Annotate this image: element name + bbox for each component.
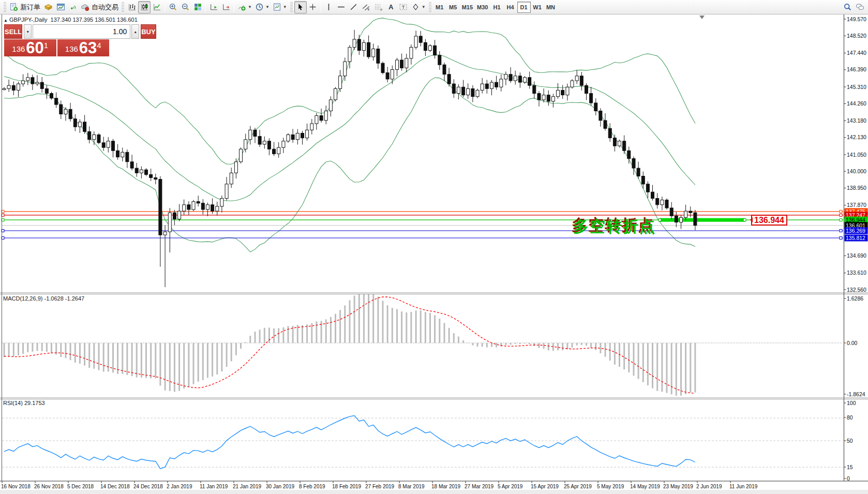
line-handle[interactable] xyxy=(840,229,842,232)
volume-decrease-icon[interactable]: ▼ xyxy=(24,24,32,39)
auto-trading-button[interactable]: 自动交易 xyxy=(79,1,120,13)
timeframe-h4-button[interactable]: H4 xyxy=(504,2,517,13)
line-handle[interactable] xyxy=(840,210,842,213)
volume-input[interactable] xyxy=(33,24,130,39)
candle-body xyxy=(518,76,521,82)
candle-body xyxy=(632,159,635,168)
chat-button[interactable] xyxy=(854,1,866,13)
new-chart-button[interactable] xyxy=(54,1,67,13)
toolbar-grip[interactable] xyxy=(122,2,124,12)
bar-chart-button[interactable] xyxy=(126,1,138,13)
fibo-icon: F xyxy=(374,3,383,11)
price-tick-label: 148.520 xyxy=(847,33,866,39)
line-handle[interactable] xyxy=(743,219,746,221)
timeframe-m15-button[interactable]: M15 xyxy=(460,2,475,13)
candle-body xyxy=(391,70,394,79)
line-handle[interactable] xyxy=(659,219,661,221)
line-handle[interactable] xyxy=(840,219,842,221)
candlestick-chart-button[interactable] xyxy=(138,1,151,13)
rsi-tick-label: 80 xyxy=(847,414,853,421)
templates-button[interactable]: ▼ xyxy=(271,1,289,13)
trade-history-button[interactable] xyxy=(42,1,54,13)
candle-body xyxy=(590,94,593,103)
date-tick-label: 25 Apr 2019 xyxy=(564,484,592,489)
collapse-icon[interactable]: ▲ xyxy=(4,18,8,23)
horizontal-line-button[interactable] xyxy=(335,1,348,13)
candle-body xyxy=(116,151,119,157)
candle-body xyxy=(343,62,347,76)
text-button[interactable]: A xyxy=(385,1,397,13)
line-handle[interactable] xyxy=(840,214,842,216)
svg-text:E: E xyxy=(368,8,370,11)
candle-body xyxy=(537,94,541,100)
buy-button[interactable]: BUY xyxy=(141,24,156,39)
turning-point-highlight-segment[interactable] xyxy=(660,218,745,222)
cursor-button[interactable] xyxy=(294,1,307,13)
sell-price[interactable]: 136 60 1 xyxy=(4,39,56,56)
buy-price[interactable]: 136 63 4 xyxy=(57,39,110,56)
new-order-icon xyxy=(9,3,18,11)
chart-shift-button[interactable] xyxy=(220,1,232,13)
price-tick-label: 149.570 xyxy=(847,16,866,22)
timeframe-h1-button[interactable]: H1 xyxy=(490,2,504,13)
timeframe-m1-button[interactable]: M1 xyxy=(433,2,446,13)
candle-body xyxy=(22,81,25,84)
auto-scroll-button[interactable] xyxy=(207,1,220,13)
vertical-line-button[interactable] xyxy=(323,1,335,13)
text-label-button[interactable]: T xyxy=(397,1,410,13)
candle-body xyxy=(485,84,488,88)
timeframe-d1-button[interactable]: D1 xyxy=(517,2,531,13)
rsi-tick-label: 100 xyxy=(847,400,856,406)
shapes-button[interactable]: ▼ xyxy=(410,1,427,13)
price-callout[interactable]: 136.944 xyxy=(751,215,787,226)
timeframe-mn-button[interactable]: MN xyxy=(544,2,558,13)
zoom-in-button[interactable] xyxy=(167,1,179,13)
candle-body xyxy=(234,162,237,173)
chart-canvas[interactable]: 149.570148.520147.440146.390145.310144.2… xyxy=(0,0,868,494)
timeframe-m30-button[interactable]: M30 xyxy=(475,2,490,13)
signal-icon xyxy=(69,3,78,11)
turning-point-annotation[interactable]: 多空转折点 xyxy=(573,216,656,237)
trendline-button[interactable] xyxy=(348,1,360,13)
zoom-out-button[interactable] xyxy=(179,1,191,13)
candle-body xyxy=(348,47,351,62)
equidistant-channel-button[interactable]: E xyxy=(360,1,372,13)
price-tick-label: 132.560 xyxy=(847,287,866,293)
candle-body xyxy=(121,152,124,157)
price-tick-label: 145.310 xyxy=(847,84,866,90)
timeframe-w1-button[interactable]: W1 xyxy=(531,2,544,13)
new-order-button[interactable]: 新订单 xyxy=(8,1,42,13)
sell-button[interactable]: SELL xyxy=(4,24,22,39)
crosshair-button[interactable] xyxy=(307,1,319,13)
periods-button[interactable]: ▼ xyxy=(253,1,271,13)
candle-body xyxy=(220,199,223,206)
candle-body xyxy=(306,130,309,138)
ticket-icon xyxy=(44,3,53,11)
candle-body xyxy=(301,133,304,138)
toolbar-grip[interactable] xyxy=(429,2,431,12)
toolbar-grip[interactable] xyxy=(290,2,293,12)
timeframe-m5-button[interactable]: M5 xyxy=(446,2,460,13)
line-chart-button[interactable] xyxy=(151,1,163,13)
candle-body xyxy=(551,97,555,101)
candle-body xyxy=(183,205,186,211)
candle-body xyxy=(315,116,318,124)
search-button[interactable] xyxy=(841,1,854,13)
candle-body xyxy=(367,42,370,57)
signals-button[interactable] xyxy=(67,1,79,13)
volume-increase-icon[interactable]: ▲ xyxy=(131,24,139,39)
tile-windows-button[interactable] xyxy=(191,1,204,13)
macd-tick-label: 1.6286 xyxy=(847,295,863,302)
price-tag-label: 136.269 xyxy=(846,228,865,234)
candle-body xyxy=(130,162,133,168)
candle-body xyxy=(201,203,204,209)
date-tick-label: 11 Jun 2019 xyxy=(729,484,758,489)
candle-body xyxy=(357,39,361,51)
candle-body xyxy=(244,140,247,149)
line-handle[interactable] xyxy=(840,237,842,239)
toolbar-grip[interactable] xyxy=(4,2,6,12)
indicators-button[interactable]: ▼ xyxy=(236,1,253,13)
fibonacci-button[interactable]: F xyxy=(372,1,385,13)
candle-body xyxy=(599,111,602,120)
date-tick-label: 16 Nov 2018 xyxy=(1,484,31,489)
